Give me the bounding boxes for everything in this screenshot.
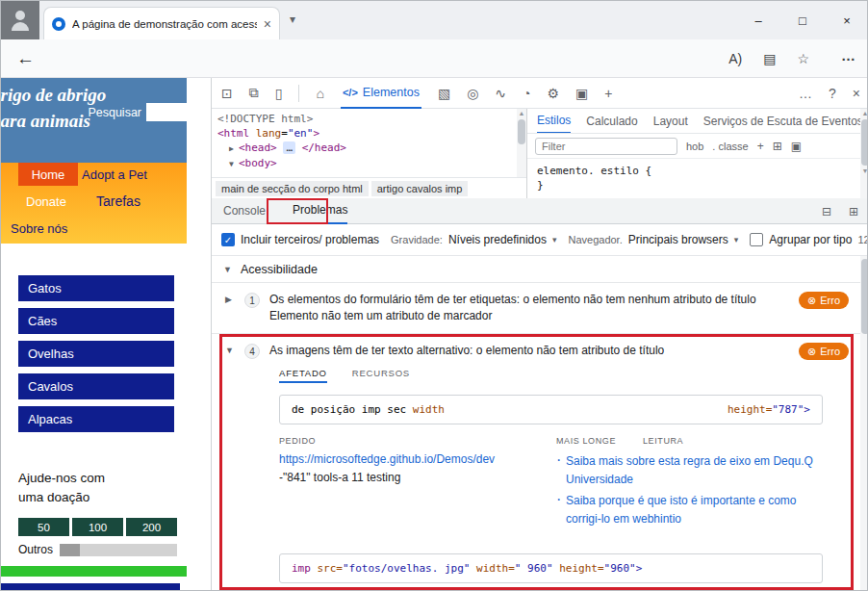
category-alpacas[interactable]: Alpacas <box>18 406 174 432</box>
footer-bar <box>1 583 180 591</box>
maximize-button[interactable]: □ <box>780 1 825 39</box>
read-aloud-icon[interactable]: A) <box>728 51 742 66</box>
back-button[interactable]: ← <box>16 48 35 69</box>
tool-network-icon[interactable]: ◎ <box>467 86 478 101</box>
reading-link[interactable]: Saiba porque é que isto é importante e c… <box>566 494 796 526</box>
device-toolbar-icon[interactable]: ⧉ <box>249 85 259 101</box>
styles-scrollbar[interactable]: ▲ ▼ <box>860 109 868 198</box>
styles-scroll-thumb[interactable] <box>861 119 868 166</box>
dom-line-doctype[interactable]: <!DOCTYPE html> <box>217 112 511 126</box>
profile-avatar[interactable] <box>1 1 39 39</box>
tool-misc-icon[interactable]: ▧ <box>438 86 450 101</box>
group-by-type-checkbox[interactable] <box>750 233 763 246</box>
affected-element-snippet[interactable]: de posição imp sec width height="787"> <box>279 395 823 424</box>
dom-scrollbar[interactable]: ▲ <box>517 109 526 177</box>
inspect-icon[interactable]: ⊡ <box>221 86 233 101</box>
dom-scroll-thumb[interactable] <box>518 119 525 144</box>
devtools-help-icon[interactable]: ? <box>829 86 836 101</box>
category-ovelhas[interactable]: Ovelhas <box>18 341 174 367</box>
dock-icon[interactable]: ▣ <box>575 86 588 101</box>
styles-filter-input[interactable] <box>535 138 677 155</box>
close-button[interactable]: × <box>825 1 868 39</box>
nav-item-home[interactable]: Home <box>18 163 78 186</box>
dom-line-head[interactable]: ▶<head> … </head> <box>217 141 511 156</box>
browser-tab[interactable]: A página de demonstração com acessibilid… <box>43 7 280 39</box>
sidebar-toggle-icon[interactable]: ▣ <box>791 140 802 153</box>
tab-recursos[interactable]: RECURSOS <box>352 368 410 383</box>
scroll-up-icon[interactable]: ▲ <box>519 109 525 118</box>
chevron-down-icon[interactable]: ▾ <box>290 13 295 26</box>
severity-dropdown[interactable]: Níveis predefinidos <box>448 233 547 246</box>
devtools-close-icon[interactable]: × <box>853 86 860 101</box>
panel-layout-icon[interactable]: ▯ <box>275 86 283 101</box>
scroll-up-icon[interactable]: ▲ <box>862 109 868 118</box>
category-cavalos[interactable]: Cavalos <box>18 373 174 399</box>
grid-icon[interactable]: ⊞ <box>773 140 782 153</box>
breadcrumb-item[interactable]: main de secção do corpo html <box>216 181 369 196</box>
breadcrumb-item[interactable]: artigo cavalos imp <box>371 181 469 196</box>
donation-amounts: 50 100 200 <box>18 518 177 536</box>
devtools-more-icon[interactable]: … <box>799 86 812 101</box>
tab-console[interactable]: Console <box>223 198 266 224</box>
amount-slider[interactable] <box>60 544 177 556</box>
expand-arrow-icon[interactable]: ▶ <box>225 295 235 304</box>
amount-50-button[interactable]: 50 <box>18 518 69 536</box>
slider-thumb[interactable] <box>60 544 80 556</box>
titlebar: A página de demonstração com acessibilid… <box>1 1 868 39</box>
hov-toggle[interactable]: hob <box>686 141 703 152</box>
drawer-expand-icon[interactable]: ⊞ <box>849 205 858 218</box>
search-input[interactable] <box>146 103 187 121</box>
tab-calculado[interactable]: Calculado <box>586 109 637 134</box>
issues-scrollbar[interactable] <box>860 256 868 591</box>
amount-200-button[interactable]: 200 <box>126 518 177 536</box>
nav-item-sobre-nos[interactable]: Sobre nós <box>11 221 67 236</box>
drawer-dock-icon[interactable]: ⊟ <box>822 205 831 218</box>
nav-item-adopt[interactable]: Adopt a Pet <box>82 167 147 182</box>
tab-event-listeners[interactable]: Serviços de Escuta de Eventos <box>703 109 863 134</box>
category-gatos[interactable]: Gatos <box>18 275 174 301</box>
browser-menu-icon[interactable]: … <box>841 47 855 64</box>
tab-elements[interactable]: </> Elementos <box>341 78 421 109</box>
nav-item-donate[interactable]: Donate <box>26 194 66 209</box>
include-third-party-checkbox[interactable]: ✓ <box>221 233 235 246</box>
issue-row-form-labels[interactable]: ▶ 1 Os elementos do formulário têm de te… <box>212 282 868 333</box>
category-caes[interactable]: Cães <box>18 308 174 334</box>
reading-link[interactable]: Saiba mais sobre esta regra de eixo em D… <box>566 454 813 486</box>
expand-arrow-icon[interactable]: ▶ <box>229 141 239 156</box>
issues-scroll-thumb[interactable] <box>861 259 868 334</box>
section-acessibilidade[interactable]: ▼ Acessibilidade <box>212 256 868 282</box>
amount-100-button[interactable]: 100 <box>72 518 123 536</box>
tab-problemas[interactable]: Problemas <box>293 198 347 224</box>
dom-line-html[interactable]: <html lang="en"> <box>217 126 511 141</box>
settings-gear-icon[interactable]: ⚙ <box>548 86 560 101</box>
tab-estilos[interactable]: Estilos <box>537 109 571 134</box>
tab-close-icon[interactable]: × <box>264 16 271 32</box>
collapse-arrow-icon[interactable]: ▼ <box>225 346 235 355</box>
site-header: brigo de abrigo para animais Pesquisar <box>1 78 187 163</box>
new-style-rule-icon[interactable]: + <box>757 140 764 153</box>
reader-mode-icon[interactable]: ▤ <box>763 51 776 66</box>
scroll-down-icon[interactable]: ▼ <box>862 167 868 176</box>
affected-element-snippet-2[interactable]: imp src="fotos/ovelhas. jpg" width=" 960… <box>279 553 823 583</box>
more-tools-plus-icon[interactable]: + <box>604 86 612 101</box>
tool-performance-icon[interactable]: ◔ <box>523 86 530 101</box>
element-style-rule[interactable]: elemento. estilo { } <box>527 159 868 197</box>
browser-dropdown[interactable]: Principais browsers <box>628 233 728 246</box>
collapse-arrow-icon[interactable]: ▼ <box>229 157 239 171</box>
tool-wifi-icon[interactable]: ∿ <box>495 86 506 101</box>
home-icon[interactable]: ⌂ <box>316 86 323 101</box>
favorites-star-icon[interactable]: ☆ <box>797 51 809 66</box>
request-label: PEDIDO <box>279 436 531 446</box>
dom-line-body[interactable]: ▼<body> <box>217 156 511 171</box>
tab-afetado[interactable]: AFETADO <box>279 368 327 383</box>
request-link[interactable]: https://microsoftedge.github.io/Demos/de… <box>279 451 531 468</box>
nav-item-tarefas[interactable]: Tarefas <box>96 193 140 209</box>
collapse-arrow-icon[interactable]: ▼ <box>223 265 232 274</box>
minimize-button[interactable]: – <box>736 1 780 39</box>
collapsed-content-chip[interactable]: … <box>283 141 295 154</box>
other-amount-label: Outros <box>18 543 53 556</box>
cls-toggle[interactable]: . classe <box>712 141 748 152</box>
issue-header[interactable]: ▼ 4 As imagens têm de ter texto alternat… <box>225 343 849 360</box>
tab-layout[interactable]: Layout <box>653 109 688 134</box>
category-list: Gatos Cães Ovelhas Cavalos Alpacas <box>18 275 174 439</box>
